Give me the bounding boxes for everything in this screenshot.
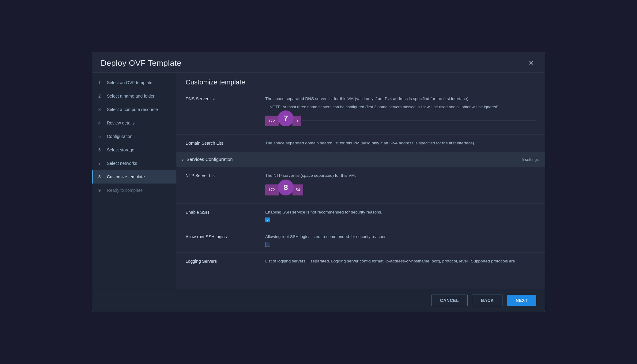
dns-input-container: 172. 7 0 [265, 113, 536, 129]
logging-servers-description: List of logging servers ';' separated. L… [265, 258, 536, 265]
dns-server-label: DNS Server list [176, 90, 256, 135]
content-header: Customize template [176, 73, 545, 90]
sidebar-label-7: Select networks [107, 161, 137, 166]
allow-root-ssh-checkbox-container [265, 242, 536, 247]
sidebar-item-9: 9 Ready to complete [92, 184, 176, 197]
enable-ssh-checkbox[interactable] [265, 217, 270, 222]
step-num-7: 7 [98, 161, 104, 166]
allow-root-ssh-content: Allowing root SSH logins is not recommen… [256, 228, 545, 252]
sidebar-item-3[interactable]: 3 Select a compute resource [92, 103, 176, 116]
logging-servers-content: List of logging servers ';' separated. L… [256, 252, 545, 270]
sidebar-item-1[interactable]: 1 Select an OVF template [92, 76, 176, 89]
domain-search-label: Domain Search List [176, 135, 256, 152]
logging-servers-label: Logging Servers [176, 252, 256, 270]
dns-input-prefix: 172. [265, 116, 279, 127]
sidebar-label-5: Configuration [107, 134, 132, 139]
ntp-server-description: The NTP server list(space separated) for… [265, 173, 536, 179]
allow-root-ssh-label: Allow root SSH logins [176, 228, 256, 252]
sidebar-label-1: Select an OVF template [107, 80, 153, 85]
enable-ssh-checkbox-container [265, 217, 536, 222]
allow-root-ssh-description: Allowing root SSH logins is not recommen… [265, 234, 536, 240]
main-content: Customize template DNS Server list The s… [176, 73, 545, 289]
step-num-5: 5 [98, 134, 104, 139]
content-title: Customize template [186, 78, 245, 86]
allow-root-ssh-row: Allow root SSH logins Allowing root SSH … [176, 228, 545, 252]
services-section-count: 5 settings [522, 157, 539, 163]
dialog-header: Deploy OVF Template ✕ [92, 52, 545, 73]
sidebar-item-5[interactable]: 5 Configuration [92, 130, 176, 143]
content-scroll[interactable]: DNS Server list The space separated DNS … [176, 90, 545, 289]
back-button[interactable]: BACK [472, 295, 503, 306]
ntp-input-underline [304, 190, 536, 190]
sidebar-label-4: Review details [107, 121, 134, 125]
settings-table: DNS Server list The space separated DNS … [176, 90, 545, 270]
ntp-badge-8: 8 [278, 180, 294, 195]
deploy-ovf-dialog: Deploy OVF Template ✕ 1 Select an OVF te… [92, 52, 545, 312]
enable-ssh-content: Enabling SSH service is not recommended … [256, 203, 545, 228]
sidebar-item-8[interactable]: 8 Customize template [92, 170, 176, 184]
sidebar-label-2: Select a name and folder [107, 94, 155, 98]
services-config-header-row[interactable]: ∨ Services Configuration 5 settings [176, 152, 545, 167]
step-num-4: 4 [98, 121, 104, 125]
dialog-body: 1 Select an OVF template 2 Select a name… [92, 73, 545, 289]
enable-ssh-row: Enable SSH Enabling SSH service is not r… [176, 203, 545, 228]
step-num-6: 6 [98, 147, 104, 152]
sidebar-item-7[interactable]: 7 Select networks [92, 157, 176, 170]
dialog-footer: CANCEL BACK NEXT [92, 289, 545, 312]
dialog-title: Deploy OVF Template [101, 58, 181, 68]
sidebar-label-9: Ready to complete [107, 188, 143, 193]
domain-search-row: Domain Search List The space separated d… [176, 135, 545, 152]
cancel-button[interactable]: CANCEL [431, 295, 468, 306]
dns-badge-7: 7 [278, 110, 294, 126]
services-config-header-cell: ∨ Services Configuration 5 settings [176, 152, 545, 167]
step-num-3: 3 [98, 107, 104, 112]
allow-root-ssh-checkbox[interactable] [265, 242, 270, 247]
logging-servers-row: Logging Servers List of logging servers … [176, 252, 545, 270]
domain-search-description: The space separated domain search list f… [265, 140, 536, 147]
dns-server-note: NOTE: At most three name servers can be … [265, 104, 536, 110]
step-num-1: 1 [98, 80, 104, 85]
dns-server-description: The space separated DNS server list for … [265, 96, 536, 102]
close-button[interactable]: ✕ [526, 58, 536, 68]
sidebar-item-6[interactable]: 6 Select storage [92, 143, 176, 157]
dns-server-row: DNS Server list The space separated DNS … [176, 90, 545, 135]
services-section-title: Services Configuration [187, 156, 233, 163]
dns-server-content: The space separated DNS server list for … [256, 90, 545, 135]
sidebar: 1 Select an OVF template 2 Select a name… [92, 73, 176, 289]
ntp-server-label: NTP Server List [176, 167, 256, 203]
enable-ssh-label: Enable SSH [176, 203, 256, 228]
step-num-8: 8 [98, 174, 104, 179]
domain-search-content: The space separated domain search list f… [256, 135, 545, 152]
ntp-input-container: 172. 8 54 [265, 182, 536, 198]
ntp-server-content: The NTP server list(space separated) for… [256, 167, 545, 203]
ntp-server-row: NTP Server List The NTP server list(spac… [176, 167, 545, 203]
step-num-2: 2 [98, 94, 104, 98]
ntp-input-suffix: 54 [292, 184, 303, 195]
ntp-input-prefix: 172. [265, 184, 279, 195]
dns-input-suffix: 0 [292, 116, 301, 127]
step-num-9: 9 [98, 188, 104, 193]
sidebar-item-4[interactable]: 4 Review details [92, 116, 176, 130]
sidebar-label-8: Customize template [107, 174, 145, 179]
next-button[interactable]: NEXT [507, 295, 536, 306]
sidebar-label-3: Select a compute resource [107, 107, 158, 112]
services-config-header-content: ∨ Services Configuration 5 settings [181, 156, 539, 163]
sidebar-item-2[interactable]: 2 Select a name and folder [92, 89, 176, 103]
dns-input-underline [302, 121, 536, 121]
enable-ssh-description: Enabling SSH service is not recommended … [265, 209, 536, 216]
chevron-down-icon: ∨ [181, 157, 184, 162]
sidebar-label-6: Select storage [107, 147, 134, 152]
